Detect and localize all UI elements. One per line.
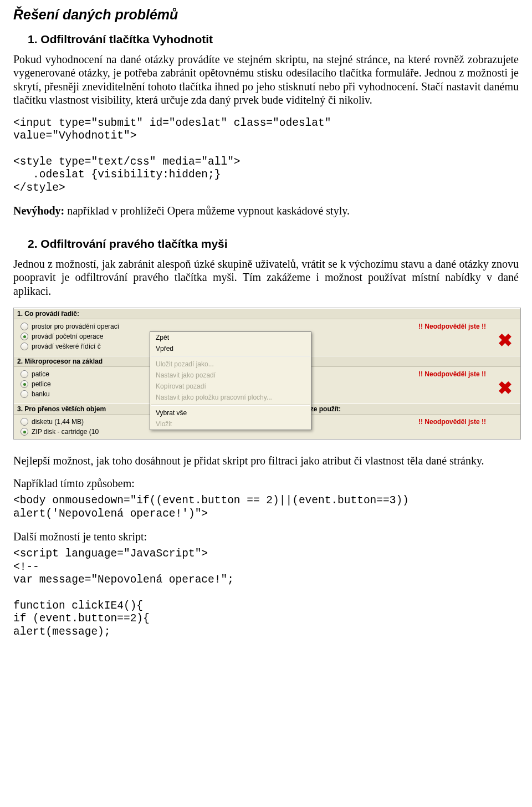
status-badge: !! Neodpověděl jste !! — [418, 418, 486, 426]
q1-title: 1. Co provádí řadič: — [14, 308, 520, 319]
radio-label: disketu (1,44 MB) — [32, 418, 84, 426]
radio-icon[interactable] — [21, 323, 28, 330]
radio-label: provádí početní operace — [32, 333, 103, 340]
menu-item-forward[interactable]: Vpřed — [150, 343, 311, 354]
code-block-3: <script language="JavaScript"> <!-- var … — [13, 548, 519, 639]
menu-separator — [151, 405, 310, 406]
radio-icon[interactable] — [21, 343, 28, 350]
red-x-icon: ✖ — [498, 331, 513, 349]
radio-icon[interactable] — [21, 380, 28, 388]
menu-item-set-desktop: Nastavit jako položku pracovní plochy... — [150, 392, 311, 403]
code-block-2: <body onmousedown="if((event.button == 2… — [13, 494, 519, 520]
code-block-1: <input type="submit" id="odeslat" class=… — [13, 117, 519, 195]
section2-para1: Jednou z možností, jak zabránit alespoň … — [13, 257, 519, 298]
radio-icon[interactable] — [21, 370, 28, 378]
context-menu: Zpět Vpřed Uložit pozadí jako... Nastavi… — [150, 331, 311, 430]
section1-heading: 1. Odfiltrování tlačítka Vyhodnotit — [28, 33, 519, 46]
section2-heading: 2. Odfiltrování pravého tlačítka myši — [28, 237, 519, 251]
status-badge: !! Neodpověděl jste !! — [418, 323, 486, 330]
after-para1: Nejlepší možnost, jak toho dosáhnout je … — [13, 454, 519, 467]
menu-item-back[interactable]: Zpět — [150, 332, 311, 343]
page-title: Řešení daných problémů — [13, 7, 519, 23]
status-badge: !! Neodpověděl jste !! — [418, 370, 486, 378]
menu-item-save-bg: Uložit pozadí jako... — [150, 359, 311, 370]
radio-label: patice — [32, 370, 49, 378]
menu-item-select-all[interactable]: Vybrat vše — [150, 407, 311, 418]
radio-icon[interactable] — [21, 390, 28, 398]
radio-label: prostor pro provádění operací — [32, 323, 119, 330]
drawbacks-line: Nevýhody: například v prohlížeči Opera m… — [13, 205, 519, 217]
radio-icon[interactable] — [21, 428, 28, 436]
example-label-1: Například tímto způsobem: — [13, 477, 519, 490]
red-x-icon: ✖ — [498, 379, 513, 397]
menu-item-copy-bg: Kopírovat pozadí — [150, 381, 311, 392]
menu-item-set-bg: Nastavit jako pozadí — [150, 370, 311, 381]
radio-label: banku — [32, 390, 50, 398]
radio-label: petlice — [32, 380, 51, 388]
menu-item-paste: Vložit — [150, 418, 311, 430]
example-label-2: Další možností je tento skript: — [13, 530, 519, 543]
radio-icon[interactable] — [21, 333, 28, 340]
drawbacks-label: Nevýhody: — [13, 205, 64, 217]
quiz-screenshot: 1. Co provádí řadič: !! Neodpověděl jste… — [13, 308, 521, 440]
radio-label: provádí veškeré řídící č — [32, 343, 101, 350]
radio-icon[interactable] — [21, 418, 28, 426]
radio-label: ZIP disk - cartridge (10 — [32, 428, 99, 436]
menu-separator — [151, 356, 310, 357]
q3-title-left: 3. Pro přenos větších objem — [17, 405, 106, 413]
drawbacks-text: například v prohlížeči Opera můžeme vypn… — [64, 205, 350, 217]
section1-para1: Pokud vyhodnocení na dané otázky provádí… — [13, 53, 519, 107]
